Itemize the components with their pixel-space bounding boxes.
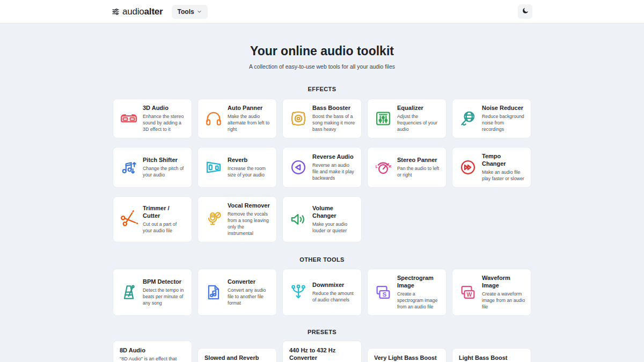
tool-card[interactable]: Noise Reducer Reduce background noise fr… <box>452 99 531 138</box>
tool-card-description: Convert any audio file to another file f… <box>228 287 271 306</box>
page-subtitle: A collection of easy-to-use web tools fo… <box>0 63 644 70</box>
tool-card-description: Remove the vocals from a song leaving on… <box>228 211 271 237</box>
tool-card-title: Volume Changer <box>312 205 356 220</box>
svg-text:L: L <box>376 165 378 169</box>
svg-text:R: R <box>389 165 391 169</box>
tool-card[interactable]: Very Light Bass Boost Bass booster prese… <box>367 348 447 362</box>
hero: Your online audio toolkit A collection o… <box>0 24 644 70</box>
moon-icon <box>522 7 529 16</box>
tool-card-title: Light Bass Boost <box>459 354 524 361</box>
tool-card[interactable]: 3D Audio Enhance the stereo sound by add… <box>113 99 192 138</box>
section-label: OTHER TOOLS <box>0 256 644 263</box>
tool-card[interactable]: 440 Hz to 432 Hz Converter Convert a tra… <box>282 341 362 362</box>
main-content: Your online audio toolkit A collection o… <box>0 24 644 362</box>
tool-card-title: 440 Hz to 432 Hz Converter <box>289 346 355 362</box>
tool-card-description: Change the pitch of your audio <box>143 165 186 178</box>
tool-card[interactable]: Reverb Increase the room size of your au… <box>197 147 277 188</box>
tool-card-title: Vocal Remover <box>228 202 271 210</box>
tool-card[interactable]: Bass Booster Boost the bass of a song ma… <box>282 99 362 138</box>
tool-card-description: Reduce the amount of audio channels <box>312 290 356 303</box>
pan-knob-icon: LR <box>374 158 392 176</box>
tool-card[interactable]: LR Stereo Panner Pan the audio to left o… <box>367 147 447 188</box>
section-effects: EFFECTS 3D Audio Enhance the stereo soun… <box>0 86 644 242</box>
brand-name: audioalter <box>122 6 163 17</box>
tool-card-description: Create a spectrogram image from an audio… <box>397 291 441 310</box>
tool-card-title: BPM Detector <box>143 278 186 286</box>
svg-text:W: W <box>466 292 472 298</box>
tool-card[interactable]: BPM Detector Detect the tempo in beats p… <box>113 269 192 316</box>
tool-card[interactable]: Downmixer Reduce the amount of audio cha… <box>282 269 362 316</box>
tool-card-description: Make an audio file play faster or slower <box>482 169 525 182</box>
tool-card-title: Reverb <box>228 157 271 164</box>
tool-card-description: Boost the bass of a song making it more … <box>312 113 356 132</box>
tool-grid: 3D Audio Enhance the stereo sound by add… <box>113 99 531 242</box>
tool-card[interactable]: Light Bass Boost Bass booster preset wit… <box>452 348 531 362</box>
tool-card-title: Spectrogram Image <box>397 275 441 290</box>
tool-card-description: "8D Audio" is an effect that you can app… <box>120 356 185 362</box>
audio-file-icon <box>204 283 223 301</box>
fast-forward-icon <box>459 158 477 176</box>
tool-card-title: Stereo Panner <box>397 157 441 164</box>
tool-card-description: Create a waveform image from an audio fi… <box>482 291 525 310</box>
section-label: PRESETS <box>0 329 644 335</box>
tool-card-title: Converter <box>228 278 271 286</box>
tool-card-description: Enhance the stereo sound by adding a 3D … <box>143 113 186 132</box>
tool-card-title: Pitch Shifter <box>143 157 186 164</box>
tool-card[interactable]: Volume Changer Make your audio louder or… <box>282 196 362 242</box>
tool-card[interactable]: Equalizer Adjust the frequencies of your… <box>367 99 447 138</box>
3d-glasses-icon <box>120 109 138 128</box>
tool-card-title: Bass Booster <box>312 105 356 112</box>
tool-card-title: Reverse Audio <box>312 153 356 161</box>
tool-card[interactable]: Reverse Audio Reverse an audio file and … <box>282 147 362 188</box>
merge-channels-icon <box>289 283 308 301</box>
tool-card-description: Increase the room size of your audio <box>228 165 271 178</box>
tools-menu-button[interactable]: Tools <box>172 5 208 19</box>
section-other-tools: OTHER TOOLS BPM Detector Detect the temp… <box>0 256 644 316</box>
tool-grid: BPM Detector Detect the tempo in beats p… <box>113 269 531 316</box>
mic-ban-icon <box>204 210 223 228</box>
tool-card-title: Auto Panner <box>228 105 271 112</box>
tool-card[interactable]: Converter Convert any audio file to anot… <box>197 269 277 316</box>
tool-card[interactable]: S Spectrogram Image Create a spectrogram… <box>367 269 447 316</box>
tool-grid: 8D Audio "8D Audio" is an effect that yo… <box>113 341 531 362</box>
tool-card-description: Detect the tempo in beats per minute of … <box>143 287 186 306</box>
tool-card[interactable]: Auto Panner Make the audio alternate fro… <box>197 99 277 138</box>
noise-mic-icon <box>459 109 477 128</box>
tool-card-title: Waveform Image <box>482 275 525 290</box>
dark-mode-toggle[interactable] <box>518 4 532 19</box>
tools-menu-label: Tools <box>178 8 194 16</box>
sliders-icon <box>112 8 120 16</box>
tool-card-title: Downmixer <box>312 282 356 289</box>
tool-card-description: Reduce background noise from recordings <box>482 113 525 132</box>
tool-card-description: Adjust the frequencies of your audio <box>397 113 441 132</box>
tool-card-title: Slowed and Reverb <box>204 354 270 361</box>
metronome-icon <box>120 283 138 301</box>
brand-logo[interactable]: audioalter <box>112 6 163 17</box>
tool-card[interactable]: 8D Audio "8D Audio" is an effect that yo… <box>113 341 192 362</box>
tool-card-description: Cut out a part of your audio file <box>143 221 186 234</box>
speaker-volume-icon <box>289 210 308 228</box>
tool-card-description: Make your audio louder or quieter <box>312 221 356 234</box>
tool-card[interactable]: Vocal Remover Remove the vocals from a s… <box>197 196 277 242</box>
tool-card-title: Tempo Changer <box>482 153 525 168</box>
equalizer-sliders-icon <box>374 109 392 128</box>
tool-card[interactable]: Pitch Shifter Change the pitch of your a… <box>113 147 192 188</box>
tool-card[interactable]: Trimmer / Cutter Cut out a part of your … <box>113 196 192 242</box>
tool-card[interactable]: Slowed and Reverb Add a slowed and rever… <box>197 348 277 362</box>
svg-text:S: S <box>383 291 387 298</box>
tool-card-title: Noise Reducer <box>482 105 525 112</box>
tool-card-description: Make the audio alternate from left to ri… <box>228 113 271 132</box>
section-presets: PRESETS 8D Audio "8D Audio" is an effect… <box>0 329 644 362</box>
page-title: Your online audio toolkit <box>0 44 644 58</box>
reverse-play-icon <box>289 158 308 176</box>
tool-card[interactable]: Tempo Changer Make an audio file play fa… <box>452 147 531 188</box>
tool-card[interactable]: W Waveform Image Create a waveform image… <box>452 269 531 316</box>
chevron-down-icon <box>197 8 202 16</box>
tool-card-title: Trimmer / Cutter <box>143 205 186 220</box>
tool-card-title: 3D Audio <box>143 105 186 112</box>
spectrogram-stack-icon: S <box>374 283 392 301</box>
tool-card-title: Equalizer <box>397 105 441 112</box>
headphones-icon <box>204 109 223 128</box>
tool-card-description: Pan the audio to left or right <box>397 165 441 178</box>
scissors-icon <box>120 210 138 228</box>
